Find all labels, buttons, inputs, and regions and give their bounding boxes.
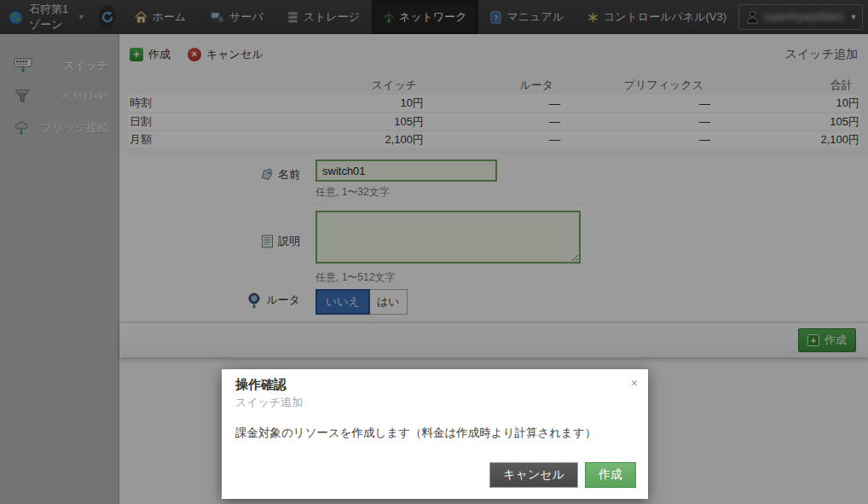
dialog-cancel-button[interactable]: キャンセル — [489, 462, 578, 488]
dialog-message: 課金対象のリソースを作成します（料金は作成時より計算されます） — [222, 426, 648, 462]
dialog-confirm-button[interactable]: 作成 — [585, 462, 636, 488]
dialog-title: 操作確認 — [235, 377, 634, 393]
app-window: 石狩第1ゾーン ▼ ホーム サーバ ストレージ — [0, 0, 868, 504]
confirm-dialog: 操作確認 スイッチ追加 × 課金対象のリソースを作成します（料金は作成時より計算… — [222, 369, 648, 499]
dialog-subtitle: スイッチ追加 — [235, 395, 634, 410]
close-icon[interactable]: × — [631, 376, 638, 390]
